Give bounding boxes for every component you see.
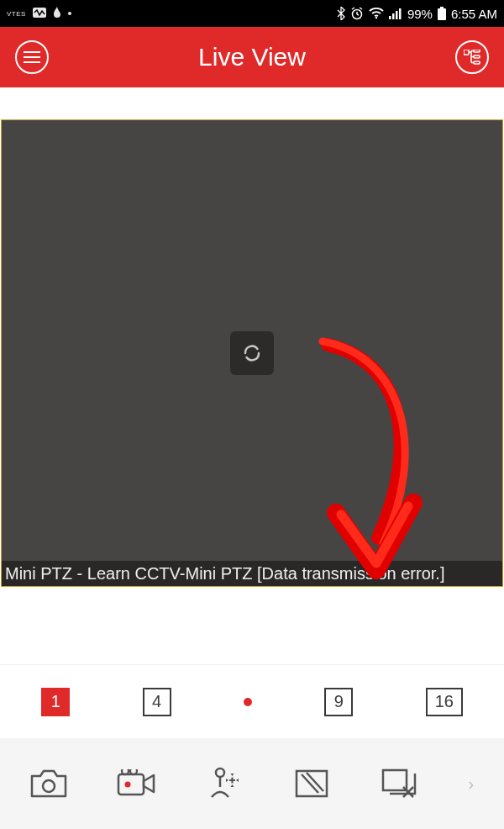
layout-4-label: 4: [152, 692, 161, 711]
svg-rect-26: [118, 774, 144, 795]
ptz-button[interactable]: [201, 760, 248, 807]
svg-point-29: [130, 769, 137, 774]
bottom-toolbar: ›: [0, 738, 504, 829]
svg-point-6: [375, 17, 377, 18]
hamburger-icon: [24, 51, 40, 63]
svg-rect-32: [297, 771, 327, 796]
layout-9-label: 9: [334, 692, 344, 711]
wifi-icon: [369, 8, 384, 19]
layout-16-button[interactable]: 16: [426, 688, 463, 716]
spacer: [0, 87, 504, 119]
status-text: VTES: [7, 10, 26, 18]
layout-9-button[interactable]: 9: [324, 688, 353, 716]
stop-all-icon: [381, 768, 417, 799]
menu-button[interactable]: [15, 40, 49, 74]
device-tree-icon: [464, 50, 480, 65]
battery-pct-text: 99%: [407, 7, 433, 21]
layout-16-label: 16: [435, 692, 454, 711]
svg-rect-18: [474, 55, 480, 58]
page-title: Live View: [198, 43, 306, 71]
svg-rect-19: [474, 61, 480, 64]
layout-tabs: 1 4 9 16: [0, 664, 504, 738]
svg-point-25: [43, 780, 55, 792]
svg-point-30: [216, 768, 224, 777]
stop-all-button[interactable]: [375, 760, 423, 807]
page-indicator-dot: [244, 698, 252, 706]
svg-rect-12: [438, 8, 446, 20]
more-chevron-icon[interactable]: ›: [464, 774, 479, 794]
svg-rect-11: [440, 7, 444, 8]
svg-line-5: [360, 8, 362, 9]
camera-icon: [30, 769, 67, 798]
quality-icon: [295, 769, 328, 798]
svg-rect-7: [389, 16, 391, 19]
video-caption: Mini PTZ - Learn CCTV-Mini PTZ [Data tra…: [2, 561, 502, 586]
clock-text: 6:55 AM: [451, 7, 497, 21]
svg-rect-8: [392, 13, 395, 19]
refresh-icon: [240, 341, 264, 365]
layout-1-label: 1: [51, 692, 60, 711]
svg-point-27: [125, 782, 131, 788]
record-button[interactable]: [113, 760, 160, 807]
status-left: VTES: [7, 7, 71, 21]
spacer: [0, 587, 504, 664]
battery-icon: [438, 7, 446, 20]
video-record-icon: [117, 769, 155, 798]
video-frame[interactable]: Mini PTZ - Learn CCTV-Mini PTZ [Data tra…: [1, 119, 503, 587]
ptz-icon: [207, 767, 241, 800]
quality-button[interactable]: [288, 760, 335, 807]
layout-1-button[interactable]: 1: [41, 688, 70, 716]
svg-line-4: [352, 8, 354, 9]
alarm-icon: [350, 7, 364, 20]
android-status-bar: VTES 99% 6:55 AM: [0, 0, 504, 27]
flame-icon: [53, 7, 61, 21]
device-list-button[interactable]: [455, 40, 489, 74]
svg-rect-16: [464, 50, 469, 55]
svg-rect-10: [399, 8, 402, 19]
svg-rect-17: [474, 50, 480, 52]
activity-icon: [33, 8, 46, 20]
app-header: Live View: [0, 27, 504, 87]
refresh-button[interactable]: [230, 331, 274, 375]
svg-line-3: [357, 14, 359, 15]
snapshot-button[interactable]: [25, 760, 72, 807]
status-right: 99% 6:55 AM: [337, 7, 497, 21]
svg-rect-9: [396, 11, 398, 19]
signal-icon: [389, 8, 402, 19]
status-dot: [68, 12, 71, 15]
svg-point-28: [122, 769, 129, 774]
bluetooth-icon: [337, 7, 345, 20]
layout-4-button[interactable]: 4: [143, 688, 171, 716]
